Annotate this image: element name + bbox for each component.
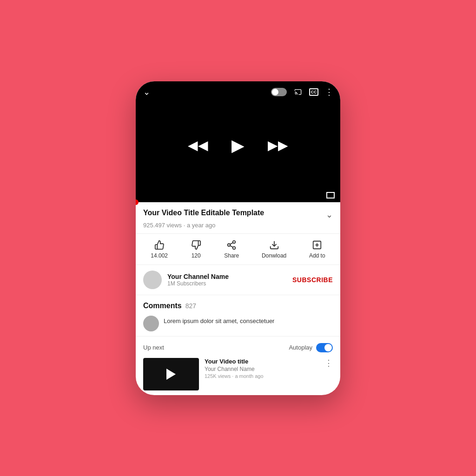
dislike-count: 120 (192, 252, 201, 259)
channel-name: Your Channel Name (167, 273, 292, 280)
video-player: ⌄ CC ⋮ ◀◀ ▶ ▶▶ (136, 81, 340, 202)
minimize-icon[interactable]: ⌄ (143, 87, 150, 97)
autoplay-label: Autoplay (289, 344, 312, 351)
svg-point-1 (233, 240, 236, 243)
play-button[interactable]: ▶ (231, 136, 245, 155)
prev-button[interactable]: ◀◀ (188, 138, 208, 153)
channel-row: Your Channel Name 1M Subscribers SUBSCRI… (136, 265, 340, 295)
like-button[interactable]: 14.002 (151, 239, 168, 259)
comment-row: Lorem ipsum dolor sit amet, consectetuer (143, 316, 333, 331)
video-controls-right: CC ⋮ (271, 87, 333, 97)
playback-controls: ◀◀ ▶ ▶▶ (136, 103, 340, 188)
pause-toggle[interactable] (271, 88, 287, 96)
action-bar: 14.002 120 Share (136, 234, 340, 265)
comment-text: Lorem ipsum dolor sit amet, consectetuer (164, 316, 274, 324)
download-icon (269, 239, 280, 251)
channel-info: Your Channel Name 1M Subscribers (167, 273, 292, 287)
svg-point-2 (228, 244, 231, 246)
next-button[interactable]: ▶▶ (268, 138, 288, 153)
cast-icon[interactable] (293, 88, 303, 96)
video-info-section: Your Video Title Editable Template ⌄ 925… (136, 202, 340, 234)
add-to-icon (311, 239, 323, 251)
channel-subscribers: 1M Subscribers (167, 280, 292, 287)
thumbnail-play-icon (166, 369, 176, 380)
commenter-avatar (143, 316, 159, 331)
autoplay-toggle[interactable] (316, 343, 333, 352)
more-options-icon[interactable]: ⋮ (325, 87, 333, 97)
thumbs-down-icon (191, 239, 202, 251)
next-video-info: Your Video title Your Channel Name 125K … (205, 358, 319, 379)
next-video-thumbnail (143, 358, 199, 390)
channel-avatar[interactable] (143, 271, 162, 289)
svg-line-5 (230, 242, 233, 244)
share-icon (226, 239, 237, 251)
download-label: Donwload (262, 252, 286, 259)
subscribe-button[interactable]: SUBSCRIBE (292, 276, 333, 284)
like-count: 14.002 (151, 252, 168, 259)
dislike-button[interactable]: 120 (191, 239, 202, 259)
next-video-title: Your Video title (205, 358, 319, 365)
phone-mockup: ⌄ CC ⋮ ◀◀ ▶ ▶▶ (136, 81, 340, 395)
next-video-row[interactable]: Your Video title Your Channel Name 125K … (143, 358, 333, 390)
thumbs-up-icon (154, 239, 165, 251)
next-video-channel: Your Channel Name (205, 366, 319, 372)
autoplay-row: Autoplay (289, 343, 333, 352)
svg-line-4 (230, 245, 233, 247)
share-label: Share (224, 252, 239, 259)
comments-count: 827 (185, 302, 196, 310)
comments-section: Comments 827 Lorem ipsum dolor sit amet,… (136, 295, 340, 337)
share-button[interactable]: Share (224, 239, 239, 259)
add-to-label: Add to (309, 252, 325, 259)
fullscreen-icon[interactable] (326, 192, 335, 198)
cc-icon[interactable]: CC (309, 88, 318, 96)
video-bottom-bar (136, 188, 340, 202)
upnext-section: Up next Autoplay Your Video title Your C… (136, 337, 340, 395)
svg-point-3 (233, 246, 236, 249)
next-video-meta: 125K views · a month ago (205, 373, 319, 379)
video-title: Your Video Title Editable Template (143, 209, 322, 217)
expand-icon[interactable]: ⌄ (326, 210, 333, 220)
upnext-label: Up next (143, 344, 164, 351)
video-top-bar: ⌄ CC ⋮ (136, 81, 340, 103)
next-video-more-icon[interactable]: ⋮ (324, 358, 333, 368)
video-meta: 925.497 views · a year ago (143, 222, 333, 229)
download-button[interactable]: Donwload (262, 239, 286, 259)
add-to-button[interactable]: Add to (309, 239, 325, 259)
comments-title: Comments (143, 302, 182, 310)
